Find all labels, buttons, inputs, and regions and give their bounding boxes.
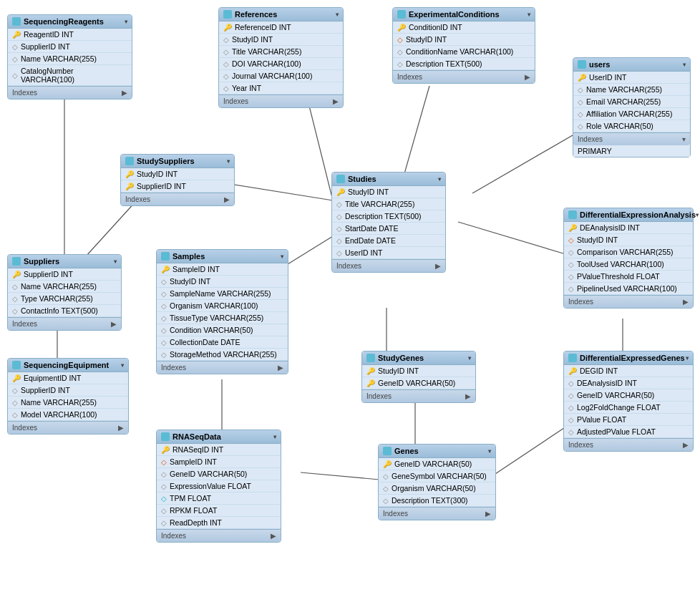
table-ExperimentalConditions[interactable]: ExperimentalConditions ▾ 🔑ConditionID IN…	[392, 7, 535, 84]
chevron-ExperimentalConditions[interactable]: ▾	[528, 11, 530, 18]
diamond-icon: ◇	[383, 497, 389, 505]
table-Samples[interactable]: Samples ▾ 🔑SampleID INT ◇StudyID INT ◇Sa…	[156, 249, 288, 374]
diamond-icon: ◇	[578, 122, 583, 130]
chevron-StudySuppliers[interactable]: ▾	[227, 158, 230, 165]
table-footer-References[interactable]: Indexes ▶	[219, 94, 343, 107]
table-SequencingEquipment[interactable]: SequencingEquipment ▾ 🔑EquipmentID INT ◇…	[7, 358, 129, 435]
table-footer-RNASeqData[interactable]: Indexes ▶	[157, 529, 281, 542]
table-Suppliers[interactable]: Suppliers ▾ 🔑SupplierID INT ◇Name VARCHA…	[7, 254, 122, 331]
table-icon-users	[578, 60, 586, 69]
table-footer-SequencingReagents[interactable]: Indexes ▶	[8, 86, 132, 99]
table-DEG[interactable]: DifferentialExpressedGenes ▾ 🔑DEGID INT …	[563, 351, 694, 452]
table-header-RNASeqData: RNASeqData ▾	[157, 430, 281, 444]
table-footer-StudyGenes[interactable]: Indexes ▶	[362, 389, 475, 402]
field-row: 🔑DEAnalysisID INT	[564, 222, 693, 234]
field-text: Description TEXT(300)	[392, 496, 468, 505]
chevron-Samples[interactable]: ▾	[281, 253, 283, 260]
table-title-References: References	[235, 10, 277, 19]
field-row: ◇Name VARCHAR(255)	[8, 53, 132, 65]
table-DifferentialExpressionAnalysis[interactable]: DifferentialExpressionAnalysis ▾ 🔑DEAnal…	[563, 208, 694, 309]
field-row: 🔑DEGID INT	[564, 365, 693, 377]
table-title-SequencingReagents: SequencingReagents	[24, 17, 104, 26]
chevron-users[interactable]: ▾	[683, 62, 686, 68]
chevron-References[interactable]: ▾	[336, 11, 339, 18]
key-icon: 🔑	[161, 266, 170, 273]
table-header-Samples: Samples ▾	[157, 250, 288, 263]
key-icon: 🔑	[366, 379, 375, 387]
field-text: CatalogNumber VARCHAR(100)	[21, 67, 127, 84]
table-title-DEA: DifferentialExpressionAnalysis	[580, 210, 696, 219]
table-footer-Samples[interactable]: Indexes ▶	[157, 361, 288, 374]
table-footer-StudySuppliers[interactable]: Indexes ▶	[121, 193, 234, 205]
diamond-icon: ◇	[161, 326, 167, 334]
table-SequencingReagents[interactable]: SequencingReagents ▾ 🔑ReagentID INT ◇Sup…	[7, 14, 132, 100]
diamond-icon: ◇	[336, 249, 342, 257]
table-footer-ExperimentalConditions[interactable]: Indexes ▶	[393, 70, 535, 83]
diamond-icon: ◇	[568, 236, 574, 244]
table-icon-Samples	[161, 252, 170, 261]
table-header-Studies: Studies ▾	[332, 173, 445, 186]
field-text: Name VARCHAR(255)	[21, 282, 97, 291]
footer-arrow: ▶	[435, 262, 441, 270]
table-footer-Suppliers[interactable]: Indexes ▶	[8, 317, 121, 330]
footer-arrow: ▶	[683, 441, 689, 449]
field-row: ◇RPKM FLOAT	[157, 505, 281, 517]
diamond-icon: ◇	[12, 399, 18, 407]
field-row: ◇Organism VARCHAR(100)	[157, 300, 288, 312]
table-users[interactable]: users ▾ 🔑UserID INT ◇Name VARCHAR(255) ◇…	[573, 57, 691, 157]
table-footer-Studies[interactable]: Indexes ▶	[332, 259, 445, 272]
table-footer-DEA[interactable]: Indexes ▶	[564, 295, 693, 308]
table-footer-Genes[interactable]: Indexes ▶	[379, 507, 495, 520]
field-row: ◇Email VARCHAR(255)	[573, 96, 690, 108]
table-footer-users[interactable]: Indexes ▾	[573, 132, 690, 145]
diamond-icon: ◇	[161, 302, 167, 310]
field-text: AdjustedPValue FLOAT	[577, 427, 656, 436]
field-text: StudyID INT	[232, 35, 273, 44]
table-StudyGenes[interactable]: StudyGenes ▾ 🔑StudyID INT 🔑GeneID VARCHA…	[361, 351, 476, 403]
diamond-icon: ◇	[12, 283, 18, 291]
diamond-icon: ◇	[223, 60, 229, 68]
chevron-DEG[interactable]: ▾	[686, 355, 689, 361]
chevron-SequencingReagents[interactable]: ▾	[125, 19, 127, 25]
key-icon: 🔑	[223, 24, 232, 31]
diamond-icon: ◇	[568, 404, 574, 412]
footer-arrow: ▶	[122, 89, 127, 97]
field-row: ◇Title VARCHAR(255)	[219, 46, 343, 58]
table-Genes[interactable]: Genes ▾ 🔑GeneID VARCHAR(50) ◇GeneSymbol …	[378, 444, 496, 520]
chevron-Genes[interactable]: ▾	[488, 448, 491, 455]
table-StudySuppliers[interactable]: StudySuppliers ▾ 🔑StudyID INT 🔑SupplierI…	[120, 154, 235, 206]
svg-line-11	[301, 472, 379, 480]
field-text: StartDate DATE	[345, 224, 399, 233]
key-icon: 🔑	[125, 170, 134, 178]
chevron-StudyGenes[interactable]: ▾	[468, 355, 471, 361]
chevron-DEA[interactable]: ▾	[696, 212, 699, 218]
footer-label: Indexes	[12, 89, 37, 97]
chevron-Studies[interactable]: ▾	[438, 176, 441, 183]
table-icon-StudyGenes	[366, 354, 375, 362]
table-footer-DEG[interactable]: Indexes ▶	[564, 438, 693, 451]
table-footer-SequencingEquipment[interactable]: Indexes ▶	[8, 421, 128, 434]
chevron-Suppliers[interactable]: ▾	[114, 258, 117, 265]
table-RNASeqData[interactable]: RNASeqData ▾ 🔑RNASeqID INT ◇SampleID INT…	[156, 430, 281, 543]
field-row: 🔑ReagentID INT	[8, 29, 132, 41]
field-text: GeneSymbol VARCHAR(50)	[392, 472, 487, 480]
diamond-icon: ◇	[161, 314, 167, 322]
table-header-StudySuppliers: StudySuppliers ▾	[121, 155, 234, 168]
field-row: ◇CollectionDate DATE	[157, 336, 288, 349]
field-extra-users: PRIMARY	[573, 145, 690, 157]
chevron-RNASeqData[interactable]: ▾	[273, 434, 276, 440]
field-row: ◇ExpressionValue FLOAT	[157, 480, 281, 492]
footer-label: Indexes	[161, 364, 186, 372]
table-Studies[interactable]: Studies ▾ 🔑StudyID INT ◇Title VARCHAR(25…	[331, 172, 446, 273]
table-References[interactable]: References ▾ 🔑ReferenceID INT ◇StudyID I…	[218, 7, 344, 108]
field-text: Title VARCHAR(255)	[345, 200, 414, 208]
diamond-icon: ◇	[12, 295, 18, 303]
chevron-SequencingEquipment[interactable]: ▾	[121, 362, 124, 369]
table-title-StudyGenes: StudyGenes	[378, 354, 424, 362]
field-text: GeneID VARCHAR(50)	[170, 470, 247, 478]
diamond-icon: ◇	[223, 72, 229, 80]
diamond-icon: ◇	[12, 411, 18, 419]
diamond-icon: ◇	[336, 237, 342, 245]
field-row: ◇Description TEXT(500)	[332, 210, 445, 223]
table-icon-Studies	[336, 175, 345, 183]
